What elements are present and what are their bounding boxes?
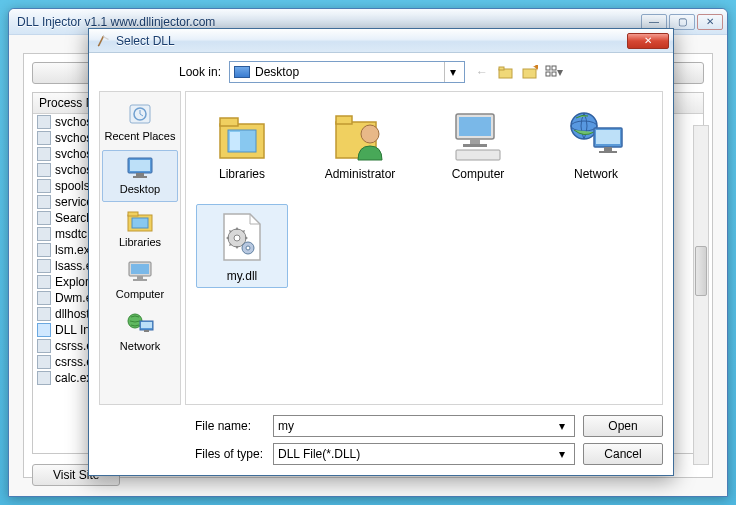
place-label: Network	[102, 340, 178, 352]
dialog-titlebar[interactable]: Select DLL ✕	[89, 29, 673, 53]
dropdown-arrow-icon[interactable]: ▾	[444, 62, 460, 82]
process-icon	[37, 275, 51, 289]
process-name: DLL Inj	[55, 323, 93, 337]
process-icon	[37, 163, 51, 177]
svg-point-44	[234, 235, 240, 241]
svg-text:✦: ✦	[532, 65, 538, 74]
cancel-button[interactable]: Cancel	[583, 443, 663, 465]
svg-rect-13	[133, 176, 147, 178]
computer-icon	[124, 258, 156, 286]
process-icon	[37, 227, 51, 241]
file-label: Administrator	[319, 167, 401, 181]
dll-icon	[210, 209, 274, 265]
open-button[interactable]: Open	[583, 415, 663, 437]
process-icon	[37, 195, 51, 209]
places-recent-places[interactable]: Recent Places	[102, 98, 178, 148]
file-item-my-dll[interactable]: my.dll	[196, 204, 288, 288]
file-label: Network	[555, 167, 637, 181]
scrollbar-thumb[interactable]	[695, 246, 707, 296]
places-bar: Recent PlacesDesktopLibrariesComputerNet…	[99, 91, 181, 405]
process-icon	[37, 339, 51, 353]
file-item-administrator[interactable]: Administrator	[314, 102, 406, 186]
place-label: Libraries	[102, 236, 178, 248]
file-item-network[interactable]: Network	[550, 102, 642, 186]
svg-rect-35	[463, 144, 487, 147]
libraries-icon	[124, 206, 156, 234]
lookin-row: Look in: Desktop ▾ ← ✦ ▾	[99, 61, 663, 83]
process-icon	[37, 323, 51, 337]
up-folder-icon[interactable]	[497, 63, 515, 81]
recent-places-icon	[124, 100, 156, 128]
place-label: Desktop	[103, 183, 177, 195]
filetype-label: Files of type:	[195, 447, 265, 461]
libraries-icon	[210, 107, 274, 163]
process-icon	[37, 211, 51, 225]
dropdown-arrow-icon[interactable]: ▾	[554, 444, 570, 464]
filetype-value: DLL File(*.DLL)	[278, 447, 554, 461]
svg-rect-12	[136, 173, 144, 176]
places-libraries[interactable]: Libraries	[102, 204, 178, 254]
svg-rect-19	[137, 276, 143, 279]
file-label: my.dll	[201, 269, 283, 283]
svg-rect-6	[552, 66, 556, 70]
places-desktop[interactable]: Desktop	[102, 150, 178, 202]
dropdown-arrow-icon[interactable]: ▾	[554, 416, 570, 436]
new-folder-icon[interactable]: ✦	[521, 63, 539, 81]
svg-rect-41	[604, 147, 612, 151]
dialog-close-button[interactable]: ✕	[627, 33, 669, 49]
file-label: Computer	[437, 167, 519, 181]
user-icon	[328, 107, 392, 163]
process-icon	[37, 147, 51, 161]
svg-rect-26	[220, 118, 238, 126]
svg-point-46	[246, 246, 250, 250]
svg-rect-28	[230, 132, 240, 150]
desktop-icon	[124, 153, 156, 181]
filename-label: File name:	[195, 419, 265, 433]
back-icon[interactable]: ←	[473, 63, 491, 81]
lookin-value: Desktop	[255, 65, 299, 79]
svg-rect-18	[131, 264, 149, 274]
svg-rect-16	[132, 218, 148, 228]
process-icon	[37, 291, 51, 305]
svg-rect-11	[130, 160, 150, 171]
filetype-dropdown[interactable]: DLL File(*.DLL) ▾	[273, 443, 575, 465]
process-icon	[37, 259, 51, 273]
lookin-dropdown[interactable]: Desktop ▾	[229, 61, 465, 83]
svg-rect-20	[133, 279, 147, 281]
svg-rect-36	[456, 150, 500, 160]
svg-rect-30	[336, 116, 352, 124]
svg-rect-42	[599, 151, 617, 153]
file-item-libraries[interactable]: Libraries	[196, 102, 288, 186]
process-icon	[37, 371, 51, 385]
filename-input[interactable]: my ▾	[273, 415, 575, 437]
place-label: Recent Places	[102, 130, 178, 142]
lookin-label: Look in:	[179, 65, 221, 79]
process-icon	[37, 307, 51, 321]
svg-rect-23	[141, 322, 152, 328]
file-browser[interactable]: LibrariesAdministratorComputerNetworkmy.…	[185, 91, 663, 405]
svg-rect-34	[470, 139, 480, 144]
process-name: lsass.e	[55, 259, 92, 273]
process-icon	[37, 131, 51, 145]
desktop-icon	[234, 66, 250, 78]
places-network[interactable]: Network	[102, 308, 178, 358]
main-title: DLL Injector v1.1 www.dllinjector.com	[17, 15, 641, 29]
svg-rect-4	[546, 66, 550, 70]
svg-point-37	[571, 113, 597, 139]
network-icon	[124, 310, 156, 338]
svg-rect-7	[552, 72, 556, 76]
process-icon	[37, 179, 51, 193]
process-icon	[37, 243, 51, 257]
view-menu-icon[interactable]: ▾	[545, 63, 563, 81]
place-label: Computer	[102, 288, 178, 300]
computer-icon	[446, 107, 510, 163]
places-computer[interactable]: Computer	[102, 256, 178, 306]
file-item-computer[interactable]: Computer	[432, 102, 524, 186]
process-icon	[37, 115, 51, 129]
svg-rect-24	[144, 330, 149, 332]
file-label: Libraries	[201, 167, 283, 181]
svg-rect-33	[459, 117, 491, 136]
close-button[interactable]: ✕	[697, 14, 723, 30]
network-icon	[564, 107, 628, 163]
main-scrollbar[interactable]	[693, 125, 709, 465]
